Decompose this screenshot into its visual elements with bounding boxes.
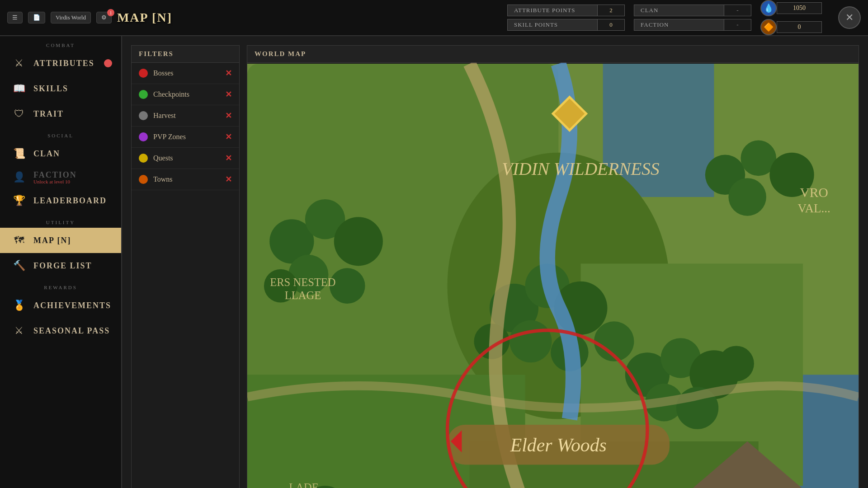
forgelist-label: FORGE LIST (33, 261, 92, 271)
filters-header: FILTERS (132, 46, 239, 63)
world-map-svg[interactable]: VIDIN WILDERNESS ERS NESTED LLAGE Elder … (247, 63, 859, 488)
filter-quests[interactable]: Quests ✕ (132, 148, 239, 169)
faction-icon: 👤 (11, 169, 27, 185)
currency2-row: 🔶 0 (760, 19, 822, 35)
main-layout: COMBAT ⚔ ATTRIBUTES 📖 SKILLS 🛡 TRAIT SOC… (0, 36, 868, 488)
sidebar-item-forgelist[interactable]: 🔨 FORGE LIST (0, 253, 121, 278)
map-label: MAP [N] (33, 236, 71, 245)
content-area: FILTERS Bosses ✕ Checkpoints ✕ Harvest ✕ (122, 36, 868, 488)
quests-dot (139, 154, 148, 163)
sidebar-item-skills[interactable]: 📖 SKILLS (0, 76, 121, 101)
towns-close[interactable]: ✕ (225, 174, 232, 184)
harvest-dot (139, 111, 148, 120)
world-label-tab[interactable]: Virdis World (51, 12, 91, 23)
clan-icon: 📜 (11, 145, 27, 162)
sidebar-item-seasonalpass[interactable]: ⚔ SEASONAL PASS (0, 318, 121, 343)
sidebar-item-clan[interactable]: 📜 CLAN (0, 141, 121, 166)
towns-label: Towns (153, 175, 220, 183)
filter-bosses[interactable]: Bosses ✕ (132, 63, 239, 84)
filters-panel: FILTERS Bosses ✕ Checkpoints ✕ Harvest ✕ (131, 45, 240, 488)
pvpzones-label: PVP Zones (153, 133, 220, 141)
checkpoints-dot (139, 90, 148, 99)
skill-points-row: SKILL POINTS 0 (507, 19, 625, 31)
pvpzones-dot (139, 132, 148, 141)
gear-icon-wrap: ⚙ 1 (96, 12, 112, 23)
book-icon: 📖 (11, 80, 27, 97)
shield-icon: 🛡 (11, 106, 27, 122)
currency1-value: 1050 (777, 2, 822, 14)
filter-checkpoints[interactable]: Checkpoints ✕ (132, 84, 239, 105)
faction-block: 👤 FACTION Unlock at level 10 (0, 166, 121, 188)
map-content[interactable]: VIDIN WILDERNESS ERS NESTED LLAGE Elder … (247, 63, 859, 488)
section-combat-label: COMBAT (0, 36, 121, 51)
faction-main-label: FACTION (33, 170, 77, 180)
svg-text:Elder Woods: Elder Woods (510, 435, 607, 455)
checkpoints-label: Checkpoints (153, 90, 220, 99)
sidebar: COMBAT ⚔ ATTRIBUTES 📖 SKILLS 🛡 TRAIT SOC… (0, 36, 122, 488)
alert-dot (104, 59, 112, 67)
filter-pvpzones[interactable]: PVP Zones ✕ (132, 127, 239, 148)
clan-sidebar-label: CLAN (33, 149, 60, 159)
faction-label: FACTION (634, 19, 724, 31)
sword-icon: ⚔ (11, 55, 27, 71)
quests-label: Quests (153, 154, 220, 162)
filter-harvest[interactable]: Harvest ✕ (132, 105, 239, 127)
attribute-points-value: 2 (598, 5, 625, 16)
harvest-close[interactable]: ✕ (225, 111, 232, 121)
top-bar: ☰ 📄 Virdis World ⚙ 1 MAP [N] ATTRIBUTE P… (0, 0, 868, 36)
section-rewards-label: REWARDS (0, 278, 121, 293)
sidebar-item-attributes[interactable]: ⚔ ATTRIBUTES (0, 51, 121, 76)
bosses-label: Bosses (153, 69, 220, 77)
leaderboard-icon: 🏆 (11, 192, 27, 209)
skills-label: SKILLS (33, 84, 68, 94)
svg-text:...LADE: ...LADE (281, 481, 319, 488)
top-bar-left: ☰ 📄 Virdis World ⚙ 1 MAP [N] (7, 10, 172, 25)
pvpzones-close[interactable]: ✕ (225, 132, 232, 142)
tab-icon1-button[interactable]: ☰ (7, 12, 23, 23)
svg-text:LLAGE: LLAGE (285, 289, 321, 301)
sidebar-item-achievements[interactable]: 🏅 ACHIEVEMENTS (0, 293, 121, 318)
section-social-label: SOCIAL (0, 127, 121, 141)
leaderboard-label: LEADERBOARD (33, 196, 107, 206)
faction-value: - (724, 19, 751, 31)
svg-text:VRO: VRO (800, 185, 828, 200)
svg-text:VAL...: VAL... (798, 202, 830, 215)
faction-row: FACTION - (634, 19, 751, 31)
skill-points-label: SKILL POINTS (507, 19, 598, 31)
currency1-row: 💧 1050 (760, 0, 822, 16)
achievements-icon: 🏅 (11, 297, 27, 314)
seasonalpass-label: SEASONAL PASS (33, 326, 110, 336)
faction-label-row: 👤 FACTION Unlock at level 10 (11, 169, 110, 185)
close-button[interactable]: ✕ (838, 6, 861, 29)
tab-icon2-button[interactable]: 📄 (28, 12, 45, 23)
panels-row: FILTERS Bosses ✕ Checkpoints ✕ Harvest ✕ (131, 45, 859, 488)
worldmap-header: WORLD MAP (247, 46, 859, 63)
clan-label: CLAN (634, 5, 724, 16)
filter-towns[interactable]: Towns ✕ (132, 169, 239, 190)
attributes-label: ATTRIBUTES (33, 59, 94, 68)
bosses-close[interactable]: ✕ (225, 68, 232, 78)
svg-text:VIDIN WILDERNESS: VIDIN WILDERNESS (502, 159, 660, 179)
seasonalpass-icon: ⚔ (11, 323, 27, 339)
checkpoints-close[interactable]: ✕ (225, 89, 232, 99)
clan-row: CLAN - (634, 5, 751, 16)
skill-points-value: 0 (598, 19, 625, 31)
svg-text:ERS NESTED: ERS NESTED (270, 276, 335, 288)
attribute-points-label: ATTRIBUTE POINTS (507, 5, 598, 16)
forge-icon: 🔨 (11, 258, 27, 274)
svg-point-23 (509, 320, 552, 362)
window-title: MAP [N] (117, 10, 172, 25)
notification-badge: 1 (107, 9, 114, 16)
achievements-label: ACHIEVEMENTS (33, 301, 111, 310)
quests-close[interactable]: ✕ (225, 153, 232, 163)
trait-label: TRAIT (33, 109, 64, 119)
attribute-points-row: ATTRIBUTE POINTS 2 (507, 5, 625, 16)
map-icon: 🗺 (11, 232, 27, 249)
sidebar-item-trait[interactable]: 🛡 TRAIT (0, 101, 121, 127)
sidebar-item-leaderboard[interactable]: 🏆 LEADERBOARD (0, 188, 121, 213)
sidebar-item-map[interactable]: 🗺 MAP [N] (0, 228, 121, 253)
clan-value: - (724, 5, 751, 16)
section-utility-label: UTILITY (0, 213, 121, 228)
currency2-icon: 🔶 (760, 19, 777, 35)
currency2-value: 0 (777, 21, 822, 33)
